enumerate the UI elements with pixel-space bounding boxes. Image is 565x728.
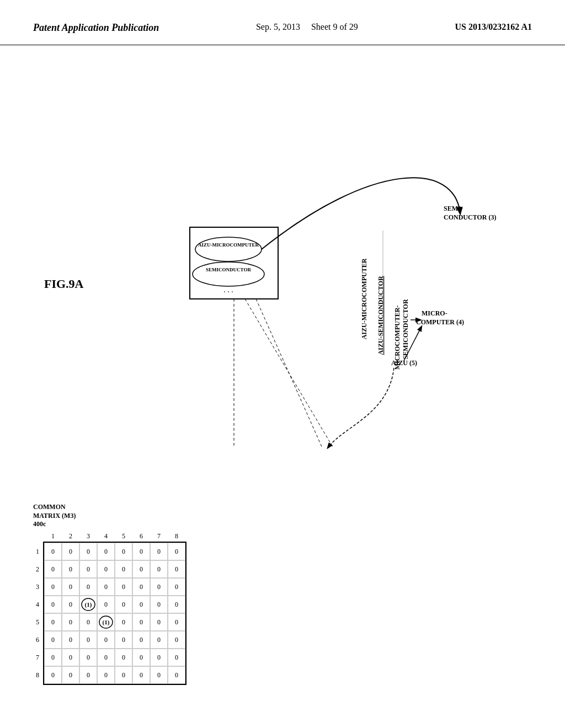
publication-number: US 2013/0232162 A1 bbox=[455, 22, 532, 32]
matrix-cell: 0 bbox=[62, 543, 79, 560]
svg-text:MICRO-: MICRO- bbox=[422, 309, 447, 317]
matrix-cell: 0 bbox=[62, 560, 79, 578]
figure-label: FIG.9A bbox=[44, 277, 84, 291]
svg-text:SEMICONDUCTOR: SEMICONDUCTOR bbox=[402, 299, 409, 359]
matrix-cell: 0 bbox=[44, 578, 62, 596]
matrix-cell: 0 bbox=[115, 578, 132, 596]
matrix-cell: 0 bbox=[79, 543, 97, 560]
sheet-info: Sheet 9 of 29 bbox=[311, 22, 358, 31]
matrix-cell: 0 bbox=[150, 613, 168, 631]
row-label: 1 bbox=[33, 543, 42, 560]
col-labels: 1 2 3 4 5 6 7 8 bbox=[44, 532, 186, 540]
row-label: 6 bbox=[33, 631, 42, 649]
col-label: 5 bbox=[115, 532, 132, 540]
matrix-cell: 0 bbox=[115, 596, 132, 613]
col-label: 8 bbox=[168, 532, 185, 540]
matrix-label: COMMON MATRIX (M3) 400c bbox=[33, 503, 76, 529]
matrix-cell: 0 bbox=[168, 631, 185, 649]
matrix-cell: 0 bbox=[150, 543, 168, 560]
matrix-cell: 0 bbox=[97, 649, 115, 666]
publication-date: Sep. 5, 2013 bbox=[256, 22, 300, 31]
matrix-cell: 0 bbox=[62, 596, 79, 613]
matrix-cell: 0 bbox=[115, 631, 132, 649]
matrix-cell: 0 bbox=[132, 543, 150, 560]
matrix-cell: 0 bbox=[150, 596, 168, 613]
matrix-cell: 0 bbox=[44, 666, 62, 684]
matrix-cell: 0 bbox=[115, 649, 132, 666]
matrix-grid-wrapper: 1 2 3 4 5 6 7 8 000000000000000000000000… bbox=[43, 532, 186, 685]
matrix-cell: 0 bbox=[79, 613, 97, 631]
matrix-cell: 0 bbox=[132, 613, 150, 631]
matrix-cell: 0 bbox=[44, 560, 62, 578]
col-label: 6 bbox=[132, 532, 150, 540]
diagram-section: AIZU-MICROCOMPUTER SEMICONDUCTOR . . . A… bbox=[179, 106, 537, 547]
matrix-cell: 0 bbox=[150, 560, 168, 578]
svg-rect-0 bbox=[190, 227, 278, 299]
matrix-cell: 0 bbox=[44, 596, 62, 613]
matrix-cell: 0 bbox=[62, 578, 79, 596]
matrix-cell: 0 bbox=[150, 578, 168, 596]
row-label: 8 bbox=[33, 666, 42, 684]
svg-text:SEMICONDUCTOR: SEMICONDUCTOR bbox=[206, 267, 251, 272]
matrix-cell: 0 bbox=[44, 631, 62, 649]
col-label: 2 bbox=[62, 532, 79, 540]
publication-title: Patent Application Publication bbox=[33, 22, 159, 34]
matrix-cell: 0 bbox=[168, 596, 185, 613]
matrix-cell: 0 bbox=[79, 649, 97, 666]
matrix-cell: 0 bbox=[150, 631, 168, 649]
matrix-cell: 0 bbox=[97, 578, 115, 596]
row-label: 4 bbox=[33, 596, 42, 613]
matrix-cell: 0 bbox=[168, 649, 185, 666]
matrix-cell: 0 bbox=[168, 613, 185, 631]
matrix-cell: 0 bbox=[132, 596, 150, 613]
matrix-cell: 0 bbox=[115, 666, 132, 684]
matrix-grid: 00000000000000000000000000 (1) 00000000 … bbox=[43, 542, 186, 685]
col-label: 3 bbox=[79, 532, 97, 540]
matrix-cell: 0 bbox=[150, 666, 168, 684]
row-label: 7 bbox=[33, 649, 42, 666]
row-label: 2 bbox=[33, 560, 42, 578]
matrix-cell: 0 bbox=[97, 666, 115, 684]
svg-line-20 bbox=[256, 299, 322, 448]
main-content: FIG.9A AIZU-MICROCOMPUTER SEMICONDUCTOR … bbox=[0, 45, 565, 718]
matrix-cell: 0 bbox=[62, 613, 79, 631]
svg-text:(1): (1) bbox=[103, 619, 110, 626]
svg-text:CONDUCTOR (3): CONDUCTOR (3) bbox=[444, 213, 496, 221]
diagram-svg: AIZU-MICROCOMPUTER SEMICONDUCTOR . . . A… bbox=[179, 106, 537, 547]
row-label: 3 bbox=[33, 578, 42, 596]
row-labels: 1 2 3 4 5 6 7 8 bbox=[33, 543, 42, 685]
svg-text:AIZU-MICROCOMPUTER: AIZU-MICROCOMPUTER bbox=[198, 242, 259, 248]
matrix-cell: 0 bbox=[132, 631, 150, 649]
svg-text:. . .: . . . bbox=[223, 286, 233, 294]
matrix-cell: 0 bbox=[44, 649, 62, 666]
matrix-cell: 0 bbox=[168, 560, 185, 578]
matrix-cell: 0 bbox=[44, 543, 62, 560]
col-label: 4 bbox=[97, 532, 115, 540]
col-label: 1 bbox=[44, 532, 62, 540]
matrix-cell: 0 bbox=[62, 666, 79, 684]
matrix-section: COMMON MATRIX (M3) 400c 1 2 3 4 5 6 7 8 … bbox=[33, 503, 186, 685]
matrix-cell: 0 bbox=[79, 578, 97, 596]
matrix-cell: 0 bbox=[150, 649, 168, 666]
col-label: 7 bbox=[150, 532, 168, 540]
matrix-cell: 0 bbox=[115, 543, 132, 560]
svg-text:(1): (1) bbox=[85, 601, 92, 608]
matrix-cell: 0 bbox=[115, 560, 132, 578]
matrix-cell: 0 bbox=[115, 613, 132, 631]
matrix-container: 1 2 3 4 5 6 7 8 1 2 3 4 5 6 7 8 bbox=[33, 532, 186, 685]
matrix-cell: 0 bbox=[79, 631, 97, 649]
matrix-cell: 0 bbox=[168, 666, 185, 684]
matrix-cell: 0 bbox=[97, 543, 115, 560]
svg-text:AIZU-MICROCOMPUTER: AIZU-MICROCOMPUTER bbox=[360, 258, 368, 339]
svg-text:COMPUTER (4): COMPUTER (4) bbox=[416, 318, 464, 326]
matrix-cell: 0 bbox=[62, 631, 79, 649]
matrix-cell: 0 bbox=[79, 560, 97, 578]
matrix-cell: 0 bbox=[97, 560, 115, 578]
matrix-cell: 0 bbox=[168, 578, 185, 596]
page-header: Patent Application Publication Sep. 5, 2… bbox=[0, 0, 565, 45]
matrix-cell: 0 bbox=[62, 649, 79, 666]
matrix-cell: (1) bbox=[79, 596, 97, 613]
matrix-cell: 0 bbox=[168, 543, 185, 560]
matrix-cell: 0 bbox=[132, 578, 150, 596]
matrix-cell: (1) bbox=[97, 613, 115, 631]
